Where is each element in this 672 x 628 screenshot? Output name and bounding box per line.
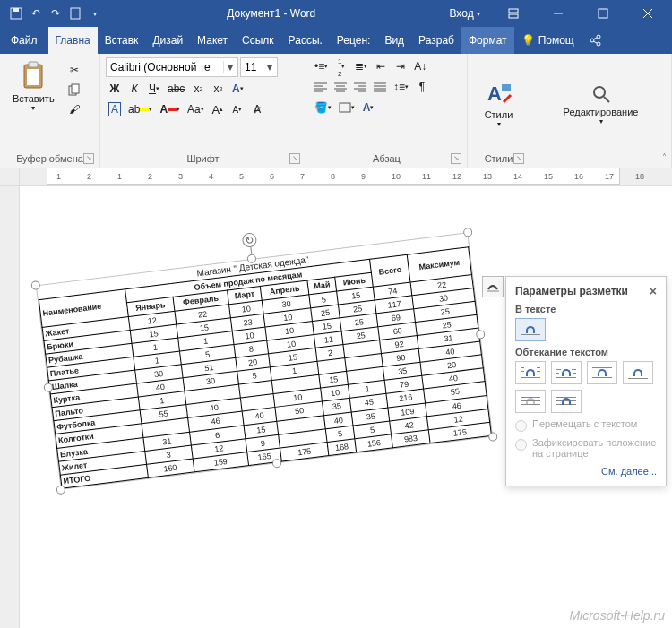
inserted-table-object[interactable]: ↻ Магазин " Детская одежда"НаименованиеО… bbox=[36, 232, 493, 490]
numbering-button[interactable]: 12▾ bbox=[332, 57, 350, 75]
wrap-through-option[interactable] bbox=[587, 361, 617, 384]
qat-more-icon[interactable]: ▾ bbox=[88, 6, 102, 21]
resize-handle-bl[interactable] bbox=[56, 485, 65, 495]
horizontal-ruler[interactable]: 12123456789101112131415161718 bbox=[0, 168, 672, 186]
font-color-button[interactable]: A▾ bbox=[157, 100, 183, 118]
new-doc-icon[interactable] bbox=[68, 6, 82, 21]
asian-layout-button[interactable]: A▾ bbox=[359, 99, 377, 116]
tab-mailings[interactable]: Рассы. bbox=[281, 27, 330, 54]
paste-button[interactable]: Вставить ▾ bbox=[5, 57, 62, 116]
wrap-topbottom-option[interactable] bbox=[623, 361, 653, 384]
tab-view[interactable]: Вид bbox=[377, 27, 411, 54]
ruler-tick: 11 bbox=[422, 172, 431, 181]
increase-indent-button[interactable]: ⇥ bbox=[392, 57, 409, 75]
font-size-combo[interactable]: ▾ bbox=[240, 57, 278, 77]
paragraph-dialog-launcher[interactable]: ↘ bbox=[451, 153, 461, 164]
format-painter-button[interactable]: 🖌 bbox=[65, 100, 83, 118]
styles-icon: A bbox=[486, 81, 513, 108]
highlight-button[interactable]: ab▾ bbox=[125, 100, 155, 118]
font-name-input[interactable] bbox=[107, 61, 223, 73]
shrink-font-button[interactable]: A▾ bbox=[228, 100, 246, 118]
sign-in-button[interactable]: Вход ▾ bbox=[441, 0, 490, 27]
resize-handle-tr[interactable] bbox=[463, 228, 473, 237]
tab-layout[interactable]: Макет bbox=[190, 27, 235, 54]
strikethrough-button[interactable]: abc bbox=[165, 80, 187, 98]
clear-formatting-button[interactable]: A̷ bbox=[248, 100, 266, 118]
tab-file[interactable]: Файл bbox=[0, 27, 48, 54]
document-page[interactable]: ↻ Магазин " Детская одежда"НаименованиеО… bbox=[20, 186, 672, 628]
wrap-square-option[interactable] bbox=[515, 361, 546, 384]
cut-button[interactable]: ✂ bbox=[65, 61, 83, 79]
ruler-tick: 9 bbox=[361, 172, 366, 181]
char-border-button[interactable]: A bbox=[106, 100, 124, 118]
superscript-button[interactable]: x2 bbox=[209, 80, 227, 98]
tab-design[interactable]: Дизай bbox=[145, 27, 190, 54]
chevron-down-icon: ▾ bbox=[497, 120, 501, 128]
tab-review[interactable]: Рецен: bbox=[330, 27, 378, 54]
bold-button[interactable]: Ж bbox=[106, 80, 124, 98]
tab-developer[interactable]: Разраб bbox=[411, 27, 461, 54]
collapse-ribbon-button[interactable]: ˄ bbox=[662, 152, 667, 162]
vertical-ruler[interactable] bbox=[0, 186, 20, 628]
undo-icon[interactable]: ↶ bbox=[29, 6, 43, 21]
layout-options-flyout: Параметры разметки× В тексте Обтекание т… bbox=[505, 276, 667, 486]
font-size-input[interactable] bbox=[241, 61, 263, 73]
resize-handle-b[interactable] bbox=[271, 459, 281, 469]
line-spacing-button[interactable]: ↕≡▾ bbox=[391, 78, 411, 96]
borders-button[interactable]: ▾ bbox=[336, 99, 358, 116]
resize-handle-br[interactable] bbox=[488, 432, 498, 442]
justify-button[interactable] bbox=[371, 78, 389, 96]
decrease-indent-button[interactable]: ⇤ bbox=[372, 57, 390, 75]
ruler-tick: 1 bbox=[117, 172, 122, 181]
copy-button[interactable] bbox=[65, 81, 83, 99]
layout-options-anchor[interactable] bbox=[482, 276, 504, 297]
styles-dialog-launcher[interactable]: ↘ bbox=[513, 153, 524, 164]
align-left-button[interactable] bbox=[312, 78, 330, 96]
chevron-down-icon[interactable]: ▾ bbox=[263, 61, 275, 73]
ribbon-display-icon[interactable] bbox=[493, 0, 534, 27]
svg-rect-35 bbox=[340, 103, 350, 112]
underline-button[interactable]: Ч▾ bbox=[145, 80, 163, 98]
svg-line-12 bbox=[593, 38, 597, 39]
align-center-button[interactable] bbox=[332, 78, 349, 96]
tab-references[interactable]: Ссылк bbox=[235, 27, 281, 54]
rotate-handle[interactable]: ↻ bbox=[242, 232, 258, 248]
resize-handle-r[interactable] bbox=[476, 330, 486, 340]
subscript-button[interactable]: x2 bbox=[189, 80, 207, 98]
wrap-tight-option[interactable] bbox=[551, 361, 582, 384]
close-button[interactable] bbox=[627, 0, 668, 27]
see-also-link[interactable]: См. далее... bbox=[515, 466, 657, 477]
multilevel-button[interactable]: ≣▾ bbox=[352, 57, 370, 75]
wrap-front-option[interactable] bbox=[551, 390, 582, 413]
text-effects-button[interactable]: A▾ bbox=[228, 80, 246, 98]
maximize-button[interactable] bbox=[582, 0, 624, 27]
sort-button[interactable]: A↓ bbox=[411, 57, 429, 75]
bullets-button[interactable]: •≡▾ bbox=[312, 57, 331, 75]
wrap-inline-option[interactable] bbox=[515, 318, 546, 341]
grow-font-button[interactable]: A▴ bbox=[209, 100, 227, 118]
tab-home[interactable]: Главна bbox=[48, 27, 98, 54]
styles-button[interactable]: A Стили ▾ bbox=[473, 57, 524, 151]
font-dialog-launcher[interactable]: ↘ bbox=[289, 153, 300, 164]
tab-tell-me[interactable]: 💡Помощ bbox=[514, 27, 582, 54]
borders-icon bbox=[339, 102, 351, 113]
font-name-combo[interactable]: ▾ bbox=[106, 57, 238, 77]
show-marks-button[interactable]: ¶ bbox=[413, 78, 431, 96]
shading-button[interactable]: 🪣▾ bbox=[312, 99, 334, 116]
italic-button[interactable]: К bbox=[125, 80, 143, 98]
tab-insert[interactable]: Вставк bbox=[98, 27, 146, 54]
redo-icon[interactable]: ↷ bbox=[48, 6, 63, 21]
align-right-button[interactable] bbox=[351, 78, 369, 96]
ruler-tick: 4 bbox=[209, 172, 213, 181]
wrap-behind-option[interactable] bbox=[515, 390, 546, 413]
clipboard-dialog-launcher[interactable]: ↘ bbox=[83, 153, 94, 164]
minimize-button[interactable] bbox=[538, 0, 579, 27]
text-effects-icon: A bbox=[232, 82, 240, 95]
change-case-button[interactable]: Aa▾ bbox=[185, 100, 207, 118]
chevron-down-icon[interactable]: ▾ bbox=[223, 61, 236, 73]
save-icon[interactable] bbox=[9, 6, 23, 21]
close-icon[interactable]: × bbox=[650, 284, 657, 298]
share-button[interactable] bbox=[582, 27, 608, 54]
editing-button[interactable]: Редактирование ▾ bbox=[536, 57, 666, 151]
tab-format[interactable]: Формат bbox=[461, 27, 514, 54]
